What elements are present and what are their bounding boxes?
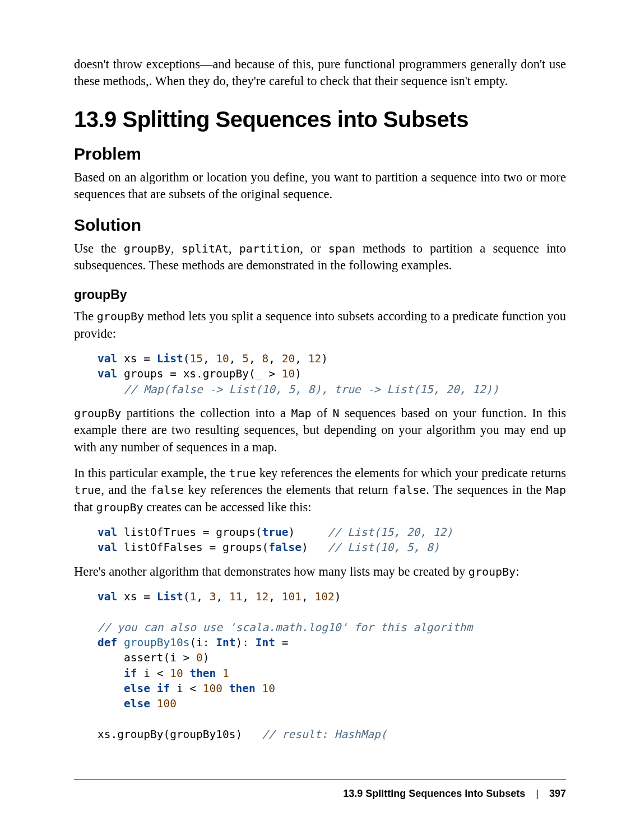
footer-separator: | xyxy=(536,788,539,800)
text: key references the elements for which yo… xyxy=(256,466,566,480)
text: The xyxy=(74,309,97,323)
footer-page-number: 397 xyxy=(549,788,566,799)
code-groupBy: groupBy xyxy=(74,407,121,420)
text: . The sequences in the xyxy=(426,483,546,497)
code-N: N xyxy=(332,407,339,420)
page-footer: 13.9 Splitting Sequences into Subsets | … xyxy=(74,780,566,800)
code-span: span xyxy=(328,242,355,255)
text: , and the xyxy=(101,483,150,497)
code-splitAt: splitAt xyxy=(182,242,229,255)
code-false: false xyxy=(150,483,184,497)
problem-heading: Problem xyxy=(74,144,566,164)
section-title: 13.9 Splitting Sequences into Subsets xyxy=(74,107,566,132)
code-groupBy: groupBy xyxy=(469,565,516,578)
footer-section: 13.9 Splitting Sequences into Subsets xyxy=(343,788,525,799)
solution-text: Use the groupBy, splitAt, partition, or … xyxy=(74,240,566,274)
problem-text: Based on an algorithm or location you de… xyxy=(74,169,566,203)
groupby-para2: groupBy partitions the collection into a… xyxy=(74,405,566,456)
code-block-2: val listOfTrues = groups(true) // List(1… xyxy=(98,525,566,556)
code-partition: partition xyxy=(239,242,300,255)
text: In this particular example, the xyxy=(74,466,229,480)
code-groupBy: groupBy xyxy=(97,310,144,323)
groupby-heading: groupBy xyxy=(74,287,566,302)
code-false: false xyxy=(392,483,426,497)
text: creates can be accessed like this: xyxy=(143,500,312,514)
text: that xyxy=(74,500,96,514)
groupby-para3: In this particular example, the true key… xyxy=(74,465,566,516)
text: key references the elements that return xyxy=(184,483,392,497)
groupby-para4: Here's another algorithm that demonstrat… xyxy=(74,563,566,580)
code-groupBy: groupBy xyxy=(96,501,143,514)
text: Use the xyxy=(74,241,124,255)
text: Here's another algorithm that demonstrat… xyxy=(74,564,469,578)
groupby-para1: The groupBy method lets you split a sequ… xyxy=(74,308,566,342)
code-groupBy: groupBy xyxy=(124,242,171,255)
code-Map: Map xyxy=(546,483,566,497)
text: method lets you split a sequence into su… xyxy=(74,309,566,340)
intro-paragraph: doesn't throw exceptions—and because of … xyxy=(74,56,566,90)
text: of xyxy=(312,406,333,420)
code-true: true xyxy=(229,466,256,480)
text: partitions the collection into a xyxy=(121,406,291,420)
code-block-3: val xs = List(1, 3, 11, 12, 101, 102) //… xyxy=(98,589,566,742)
solution-heading: Solution xyxy=(74,216,566,235)
code-Map: Map xyxy=(291,407,312,420)
code-block-1: val xs = List(15, 10, 5, 8, 20, 12) val … xyxy=(98,351,566,397)
page: doesn't throw exceptions—and because of … xyxy=(0,0,640,840)
text: : xyxy=(516,564,519,578)
code-true: true xyxy=(74,483,101,497)
